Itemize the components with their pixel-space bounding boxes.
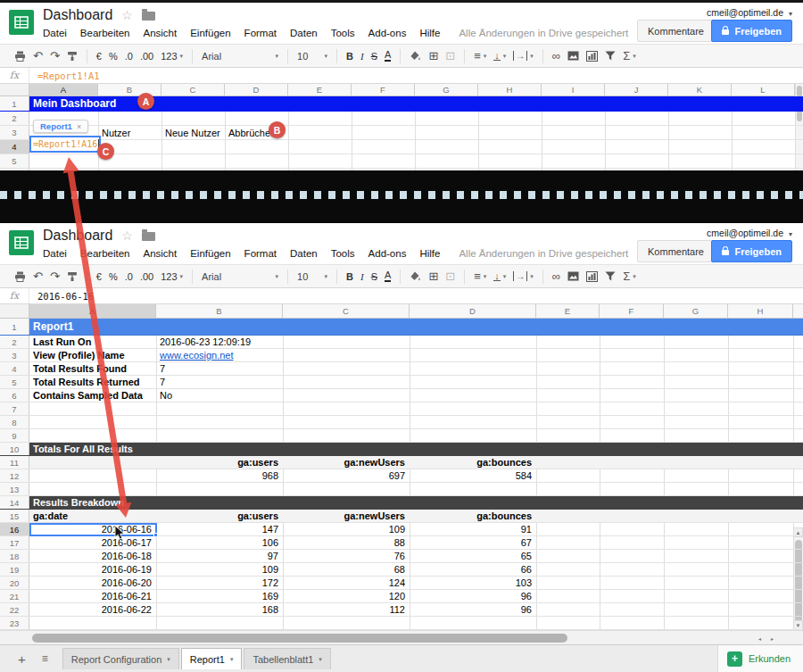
cell-a20[interactable]: 2016-06-20	[29, 577, 156, 589]
link-icon[interactable]: ∞	[552, 49, 560, 62]
strikethrough-button[interactable]: S	[371, 51, 377, 62]
tab-tabellenblatt1[interactable]: Tabellenblatt1▾	[244, 648, 330, 669]
borders-icon[interactable]: ⊞	[428, 49, 438, 62]
currency-format-button[interactable]: €	[96, 51, 102, 62]
row-header-3[interactable]: 3	[0, 349, 29, 361]
share-button[interactable]: Freigeben	[711, 20, 792, 42]
vertical-align-icon[interactable]: ↓▾	[493, 51, 506, 61]
cell-c21[interactable]: 120	[283, 590, 410, 602]
all-sheets-icon[interactable]: ≡	[42, 652, 48, 665]
cell-c16[interactable]: 109	[283, 523, 410, 535]
row-header-2[interactable]: 2	[0, 336, 29, 348]
cell-d18[interactable]: 65	[410, 550, 536, 562]
col-header-E[interactable]: E	[288, 84, 352, 95]
cell-d19[interactable]: 66	[410, 563, 536, 576]
row-header-7[interactable]: 7	[0, 402, 29, 415]
row-header-13[interactable]: 13	[0, 483, 29, 495]
col-header-J[interactable]: J	[605, 84, 668, 95]
row-header-14[interactable]: 14	[0, 496, 29, 509]
cell-c12[interactable]: 697	[283, 469, 410, 482]
col-header-I[interactable]: I	[542, 84, 605, 95]
fill-color-icon[interactable]	[410, 271, 421, 282]
redo-icon[interactable]: ↷	[50, 49, 60, 62]
col-header-A[interactable]: A	[29, 304, 156, 318]
cell-b19[interactable]: 109	[156, 563, 283, 576]
cell-a18[interactable]: 2016-06-18	[29, 550, 156, 562]
vertical-align-icon[interactable]: ↓▾	[493, 271, 506, 281]
cell-d11[interactable]: ga:bounces	[410, 456, 536, 469]
cell-b3-link[interactable]: www.ecosign.net	[156, 349, 283, 361]
row-14-breakdown-header[interactable]: 14 Results Breakdown	[0, 496, 803, 510]
cell-b4[interactable]: 7	[156, 362, 283, 375]
row-18[interactable]: 18 2016-06-18 97 76 65	[0, 550, 803, 563]
row-header-8[interactable]: 8	[0, 416, 29, 428]
text-wrap-icon[interactable]: →▾	[513, 271, 534, 281]
col-header-C[interactable]: C	[283, 304, 410, 318]
italic-button[interactable]: I	[360, 271, 364, 282]
percent-format-button[interactable]: %	[109, 271, 118, 282]
col-header-G[interactable]: G	[415, 84, 478, 95]
menu-addons[interactable]: Add-ons	[368, 248, 407, 259]
document-title[interactable]: Dashboard	[43, 7, 112, 23]
col-header-C[interactable]: C	[161, 84, 225, 95]
col-header-E[interactable]: E	[536, 304, 600, 318]
cell-b5[interactable]: 7	[156, 376, 283, 388]
row-header-17[interactable]: 17	[0, 536, 29, 549]
more-formats-button[interactable]: 123▾	[161, 51, 183, 62]
folder-icon[interactable]	[142, 12, 155, 21]
col-header-F[interactable]: F	[352, 84, 415, 95]
text-wrap-icon[interactable]: →▾	[513, 51, 534, 61]
col-header-G[interactable]: G	[664, 304, 728, 318]
sum-icon[interactable]: Σ▾	[623, 270, 636, 283]
decrease-decimals-button[interactable]: .0	[125, 51, 133, 62]
col-header-K[interactable]: K	[668, 84, 732, 95]
row-1-banner[interactable]: 1 Mein Dashboard	[0, 96, 803, 112]
col-header-B[interactable]: B	[156, 304, 283, 318]
comments-button[interactable]: Kommentare	[637, 240, 715, 262]
cell-a4[interactable]: Total Results Found	[29, 362, 156, 375]
col-header-D[interactable]: D	[410, 304, 536, 318]
row-header-6[interactable]: 6	[0, 389, 29, 402]
menu-daten[interactable]: Daten	[290, 248, 318, 259]
cell-b20[interactable]: 172	[156, 577, 283, 589]
star-icon[interactable]: ☆	[121, 8, 133, 22]
link-icon[interactable]: ∞	[552, 270, 560, 283]
tab-report1[interactable]: Report1▾	[181, 648, 243, 669]
row-header-5[interactable]: 5	[0, 376, 29, 388]
tab-report-configuration[interactable]: Report Configuration▾	[62, 648, 179, 669]
menu-hilfe[interactable]: Hilfe	[419, 248, 440, 259]
cell-b2[interactable]: 2016-06-23 12:09:19	[156, 336, 283, 348]
borders-icon[interactable]: ⊞	[428, 270, 438, 283]
col-header-A[interactable]: A	[29, 84, 98, 95]
cell-a2[interactable]: Last Run On	[29, 336, 156, 348]
percent-format-button[interactable]: %	[109, 51, 118, 62]
row-header-19[interactable]: 19	[0, 563, 29, 576]
cell-b12[interactable]: 968	[156, 469, 283, 482]
cell-b22[interactable]: 168	[156, 603, 283, 616]
font-family-select[interactable]: Arial▾	[202, 271, 278, 282]
cell-c11[interactable]: ga:newUsers	[283, 456, 410, 469]
cell-b11[interactable]: ga:users	[156, 456, 283, 469]
cell-d20[interactable]: 103	[410, 577, 536, 589]
filter-icon[interactable]	[605, 51, 616, 61]
col-header-D[interactable]: D	[225, 84, 288, 95]
row-6[interactable]: 6 Contains Sampled Data No	[0, 389, 803, 402]
explore-button[interactable]: + Erkunden	[717, 645, 803, 672]
editing-cell-a4[interactable]: =Report1!A16	[29, 136, 101, 153]
tab-caret-icon[interactable]: ▾	[167, 656, 170, 663]
row-5[interactable]: 5	[0, 154, 803, 169]
col-header-L[interactable]: L	[732, 84, 795, 95]
cell-a1-banner[interactable]: Mein Dashboard	[29, 96, 386, 111]
row-header-2[interactable]: 2	[0, 112, 29, 125]
col-header-H[interactable]: H	[478, 84, 542, 95]
menu-format[interactable]: Format	[244, 248, 277, 259]
cell-a22[interactable]: 2016-06-22	[29, 603, 156, 616]
row-20[interactable]: 20 2016-06-20 172 124 103	[0, 577, 803, 590]
row-7[interactable]: 7	[0, 402, 803, 416]
text-color-button[interactable]: A	[385, 50, 391, 62]
row-23[interactable]: 23	[0, 617, 803, 630]
row-header-15[interactable]: 15	[0, 510, 29, 522]
cell-c3[interactable]: Neue Nutzer	[161, 126, 225, 139]
row-6-partial[interactable]	[0, 169, 803, 170]
undo-icon[interactable]: ↶	[33, 270, 43, 283]
